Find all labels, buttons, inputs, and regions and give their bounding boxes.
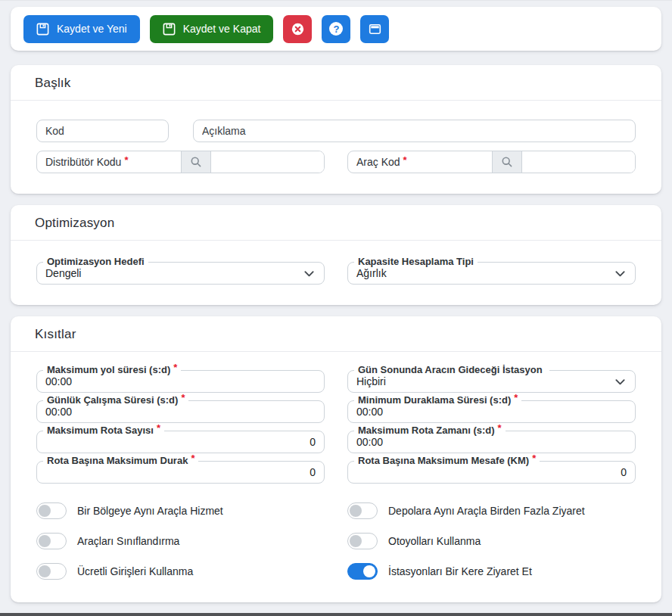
chevron-down-icon xyxy=(303,268,315,279)
kapasite-hesaplama-tipi-select[interactable]: Kapasite Hesaplama Tipi Ağırlık xyxy=(347,262,636,285)
toolbar: Kaydet ve Yeni Kaydet ve Kapat ? xyxy=(11,7,661,51)
window-bottom-edge xyxy=(0,613,672,616)
section-baslik: Başlık Distribütör Kodu * xyxy=(11,65,661,194)
toggle-label: Otoyolları Kullanma xyxy=(388,535,481,547)
required-asterisk: * xyxy=(173,362,177,373)
field-gunluk-calisma-suresi: Günlük Çalışma Süresi (s:d)* xyxy=(36,400,325,423)
section-baslik-title: Başlık xyxy=(11,65,661,101)
section-kisitlar-title: Kısıtlar xyxy=(11,316,661,352)
required-asterisk: * xyxy=(157,422,160,434)
toggle-row-bir-bolgeye-ayni-aracla-hizmet: Bir Bölgeye Aynı Araçla Hizmet xyxy=(36,502,325,519)
save-and-new-button[interactable]: Kaydet ve Yeni xyxy=(23,15,140,43)
kapasite-hesaplama-tipi-label: Kapasite Hesaplama Tipi xyxy=(354,256,478,267)
required-asterisk: * xyxy=(191,453,194,464)
save-and-close-label: Kaydet ve Kapat xyxy=(183,23,261,35)
chevron-down-icon xyxy=(614,376,626,387)
section-optimizasyon-body: Optimizasyon Hedefi Dengeli Kapasite Hes… xyxy=(11,241,661,305)
minimum-duraklama-suresi-label: Minimum Duraklama Süresi (s:d)* xyxy=(354,394,521,406)
question-circle-icon: ? xyxy=(329,22,343,36)
rota-basina-maksimum-durak-label: Rota Başına Maksimum Durak* xyxy=(43,455,198,466)
section-kisitlar: Kısıtlar Maksimum yol süresi (s:d)* Gün … xyxy=(11,316,661,602)
kod-input[interactable] xyxy=(36,120,169,142)
toggle-row-istasyonlari-bir-kere-ziyaret-et: İstasyonları Bir Kere Ziyaret Et xyxy=(347,562,636,580)
save-and-new-label: Kaydet ve Yeni xyxy=(57,23,127,35)
arac-kod-label: Araç Kod * xyxy=(348,151,492,173)
required-asterisk: * xyxy=(514,392,518,403)
istasyonlari-bir-kere-ziyaret-et-toggle[interactable] xyxy=(347,563,378,580)
required-asterisk: * xyxy=(181,392,185,403)
toggle-knob xyxy=(363,565,375,577)
depolara-ayni-aracla-birden-fazla-ziyaret-toggle[interactable] xyxy=(347,502,378,519)
gun-sonunda-istasyon-select[interactable]: Gün Sonunda Aracın Gideceği İstasyon Hiç… xyxy=(347,370,636,393)
toggle-row-depolara-ayni-aracla-birden-fazla-ziyaret: Depolara Aynı Araçla Birden Fazla Ziyare… xyxy=(347,502,636,519)
help-button[interactable]: ? xyxy=(322,15,350,43)
field-rota-basina-maksimum-durak: Rota Başına Maksimum Durak* xyxy=(36,461,325,484)
rota-basina-maksimum-durak-input[interactable] xyxy=(45,466,316,478)
otoyollari-kullanma-toggle[interactable] xyxy=(347,533,378,549)
chevron-down-icon xyxy=(614,268,626,279)
cancel-button[interactable] xyxy=(283,15,312,43)
distributor-kodu-search-button[interactable] xyxy=(181,151,211,173)
form-page: Kaydet ve Yeni Kaydet ve Kapat ? xyxy=(0,1,672,602)
kapasite-hesaplama-tipi-value: Ağırlık xyxy=(356,267,627,279)
toggle-row-araclari-siniflandirma: Araçları Sınıflandırma xyxy=(36,532,325,549)
field-rota-basina-maksimum-mesafe: Rota Başına Maksimum Mesafe (KM)* xyxy=(347,461,636,484)
search-icon xyxy=(501,156,513,168)
section-baslik-body: Distribütör Kodu * Araç Kod * xyxy=(11,101,661,194)
maksimum-rota-zamani-input[interactable] xyxy=(356,436,627,448)
gun-sonunda-istasyon-label: Gün Sonunda Aracın Gideceği İstasyon xyxy=(354,364,549,375)
arac-kod-value-input[interactable] xyxy=(522,151,636,173)
toggle-row-ucretli-girisleri-kullanma: Ücretli Girişleri Kullanma xyxy=(36,562,325,580)
toggle-label: Depolara Aynı Araçla Birden Fazla Ziyare… xyxy=(388,505,585,517)
rota-basina-maksimum-mesafe-label: Rota Başına Maksimum Mesafe (KM)* xyxy=(354,455,540,466)
gunluk-calisma-suresi-label: Günlük Çalışma Süresi (s:d)* xyxy=(43,394,188,406)
x-circle-icon xyxy=(291,23,304,36)
window-button[interactable] xyxy=(360,15,389,43)
maksimum-yol-suresi-label: Maksimum yol süresi (s:d)* xyxy=(43,364,181,375)
gunluk-calisma-suresi-input[interactable] xyxy=(45,406,316,418)
gun-sonunda-istasyon-value: Hiçbiri xyxy=(356,375,627,387)
section-optimizasyon: Optimizasyon Optimizasyon Hedefi Dengeli… xyxy=(11,205,661,305)
save-and-close-button[interactable]: Kaydet ve Kapat xyxy=(150,15,274,43)
aciklama-input[interactable] xyxy=(193,120,636,142)
toggle-label: Bir Bölgeye Aynı Araçla Hizmet xyxy=(77,505,223,517)
toggle-knob xyxy=(350,505,362,517)
optimizasyon-hedefi-value: Dengeli xyxy=(45,267,316,279)
toggle-knob xyxy=(350,535,362,547)
section-kisitlar-body: Maksimum yol süresi (s:d)* Gün Sonunda A… xyxy=(11,352,661,602)
optimizasyon-hedefi-label: Optimizasyon Hedefi xyxy=(43,256,148,267)
field-maksimum-rota-sayisi: Maksimum Rota Sayısı* xyxy=(36,431,325,453)
bir-bolgeye-ayni-aracla-hizmet-toggle[interactable] xyxy=(36,502,67,519)
toggle-label: İstasyonları Bir Kere Ziyaret Et xyxy=(388,565,532,577)
required-asterisk: * xyxy=(403,154,407,166)
araclari-siniflandirma-toggle[interactable] xyxy=(36,533,67,549)
toggle-knob xyxy=(39,535,51,547)
distributor-kodu-label: Distribütör Kodu * xyxy=(37,151,181,173)
distributor-kodu-value-input[interactable] xyxy=(211,151,325,173)
minimum-duraklama-suresi-input[interactable] xyxy=(356,406,627,418)
search-icon xyxy=(190,156,202,168)
toggle-row-otoyollari-kullanma: Otoyolları Kullanma xyxy=(347,532,636,549)
maksimum-rota-zamani-label: Maksimum Rota Zamanı (s:d)* xyxy=(354,425,506,436)
arac-kod-lookup: Araç Kod * xyxy=(347,151,636,173)
distributor-kodu-lookup: Distribütör Kodu * xyxy=(36,151,325,173)
required-asterisk: * xyxy=(532,453,536,464)
ucretli-girisleri-kullanma-toggle[interactable] xyxy=(36,563,67,580)
rota-basina-maksimum-mesafe-input[interactable] xyxy=(356,466,627,478)
field-minimum-duraklama-suresi: Minimum Duraklama Süresi (s:d)* xyxy=(347,400,636,423)
save-icon xyxy=(163,23,176,36)
toggle-label: Ücretli Girişleri Kullanma xyxy=(77,565,193,577)
window-icon xyxy=(369,23,381,36)
maksimum-rota-sayisi-input[interactable] xyxy=(45,436,316,448)
field-maksimum-yol-suresi: Maksimum yol süresi (s:d)* xyxy=(36,370,325,393)
maksimum-rota-sayisi-label: Maksimum Rota Sayısı* xyxy=(43,425,164,436)
field-maksimum-rota-zamani: Maksimum Rota Zamanı (s:d)* xyxy=(347,431,636,453)
save-icon xyxy=(36,23,49,36)
arac-kod-search-button[interactable] xyxy=(492,151,522,173)
toggle-knob xyxy=(39,505,51,517)
optimizasyon-hedefi-select[interactable]: Optimizasyon Hedefi Dengeli xyxy=(36,262,325,285)
required-asterisk: * xyxy=(498,422,502,434)
maksimum-yol-suresi-input[interactable] xyxy=(45,375,316,387)
required-asterisk: * xyxy=(124,154,128,166)
toggle-label: Araçları Sınıflandırma xyxy=(77,535,179,547)
